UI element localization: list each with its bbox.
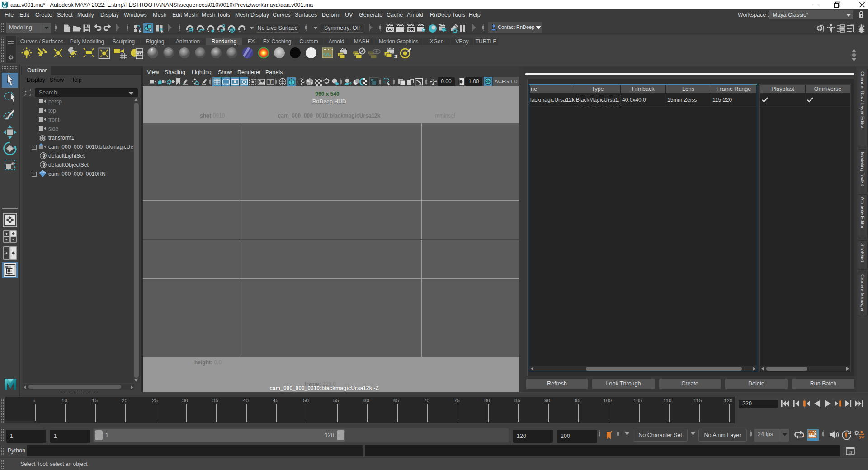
svg-text:S: S xyxy=(394,54,397,59)
svg-text:MAYA: MAYA xyxy=(3,7,7,9)
svg-text:ON: ON xyxy=(486,80,491,83)
svg-text:T: T xyxy=(269,79,272,85)
svg-text:{;}: {;} xyxy=(849,450,852,454)
svg-text:IPR: IPR xyxy=(407,28,414,32)
